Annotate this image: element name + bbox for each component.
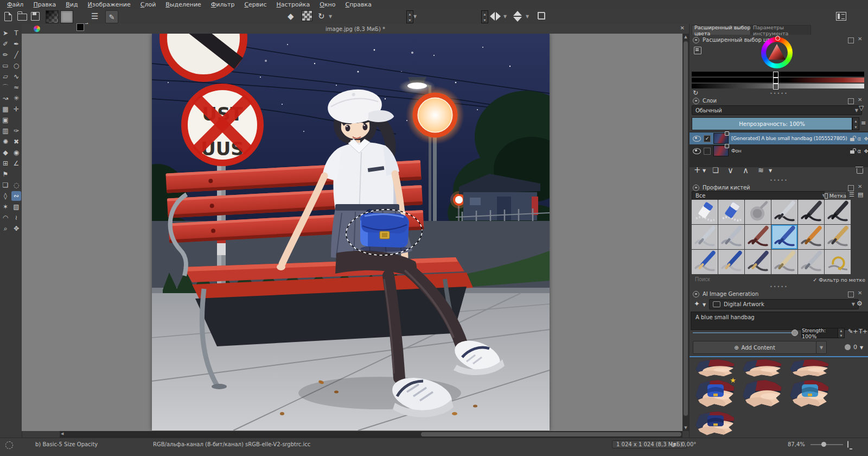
brush-preset-thumbnail[interactable] — [825, 200, 851, 224]
layer-visibility-icon[interactable] — [693, 136, 701, 142]
ai-wand-dropdown[interactable]: ▼ — [703, 302, 706, 307]
filter-by-tag-checkbox[interactable]: ✓ Фильтр по метке — [813, 277, 865, 283]
list-view-icon[interactable]: ☰ — [849, 191, 854, 198]
generated-result-thumbnail[interactable] — [695, 359, 735, 377]
edit-brush-settings-button[interactable]: ✎ — [105, 10, 118, 23]
tool-gradient-icon[interactable]: ▥ — [1, 126, 10, 136]
tool-measure-icon[interactable]: ∠ — [11, 159, 21, 168]
mirror-vertical-button[interactable] — [512, 11, 524, 22]
tool-polygon-icon[interactable]: ▱ — [1, 72, 10, 81]
refresh-icon[interactable]: ↻ — [693, 89, 698, 97]
mirror-horizontal-dropdown[interactable]: ▼ — [503, 10, 507, 22]
brush-preset-thumbnail[interactable] — [825, 225, 851, 249]
tool-zoom-icon[interactable]: ⌕ — [1, 224, 10, 233]
menubar-item[interactable]: Файл — [2, 1, 28, 8]
layer-lock-icon[interactable] — [850, 138, 854, 141]
lock-icon[interactable] — [693, 37, 699, 43]
layer-opacity-slider[interactable]: Непрозрачность: 100% — [692, 117, 852, 130]
brush-preset-thumbnail[interactable] — [798, 225, 824, 249]
close-docker-icon[interactable]: ✕ — [858, 290, 862, 296]
tag-button[interactable]: Метка — [824, 191, 847, 200]
tool-freehand-path-icon[interactable]: ≈ — [11, 83, 21, 92]
selection-mode-icon[interactable] — [5, 441, 13, 449]
menubar-item[interactable]: Сервис — [239, 1, 271, 8]
canvas-viewport[interactable]: UST UUS — [22, 34, 682, 431]
favorite-star-icon[interactable]: ★ — [730, 376, 736, 384]
add-text-icon[interactable]: T+ — [859, 328, 867, 335]
tool-line-icon[interactable]: ╱ — [11, 50, 21, 60]
zoom-slider-handle[interactable] — [821, 442, 826, 447]
fit-to-screen-icon[interactable] — [847, 441, 848, 448]
tool-bezier-curve-icon[interactable]: ⌒ — [1, 83, 10, 92]
ai-style-combo[interactable]: Digital Artwork ▼ — [709, 299, 859, 309]
menubar-item[interactable]: Слой — [136, 1, 161, 8]
tool-dynamic-brush-icon[interactable]: ↝ — [1, 93, 10, 103]
tool-similar-color-select-icon[interactable]: ▧ — [11, 202, 21, 212]
layer-checkbox[interactable] — [704, 148, 711, 155]
layer-properties-button[interactable]: ≋ — [758, 166, 764, 174]
add-region-icon[interactable]: ✎+ — [848, 328, 858, 335]
new-document-button[interactable] — [4, 10, 12, 22]
generated-result-thumbnail[interactable] — [789, 380, 829, 407]
tool-transform-icon[interactable]: ▦ — [1, 104, 10, 114]
move-layer-up-button[interactable]: ∧ — [743, 166, 749, 175]
brush-preset-thumbnail[interactable] — [771, 200, 797, 224]
tool-move-icon[interactable]: ✛ — [11, 104, 21, 114]
brush-tag-filter-combo[interactable]: Все ▼ — [692, 191, 829, 200]
strength-spinner[interactable]: ▲▼ — [838, 328, 845, 338]
brush-preset-thumbnail[interactable] — [798, 200, 824, 224]
mirror-vertical-dropdown[interactable]: ▼ — [526, 10, 529, 22]
tab-advanced-color-selector[interactable]: Расширенный выбор цвета — [692, 25, 755, 35]
tool-text-icon[interactable]: T — [11, 28, 21, 38]
tool-freehand-select-icon[interactable]: ∾ — [11, 191, 21, 201]
brush-preset-thumbnail[interactable] — [798, 250, 824, 274]
brush-preset-thumbnail[interactable] — [718, 250, 744, 274]
ai-settings-icon[interactable]: ⚙ — [857, 300, 863, 307]
open-document-button[interactable] — [17, 10, 27, 22]
opacity-spinner[interactable]: ▲▼ — [406, 10, 413, 23]
menubar-item[interactable]: Правка — [28, 1, 61, 8]
brush-preset-thumbnail[interactable] — [771, 225, 797, 249]
brush-preset-thumbnail[interactable] — [771, 250, 797, 274]
strength-slider-handle[interactable] — [792, 330, 798, 336]
generated-result-thumbnail[interactable] — [789, 359, 829, 377]
canvas-artwork[interactable]: UST UUS — [152, 34, 550, 430]
tool-enclose-fill-icon[interactable]: ◉ — [11, 148, 21, 157]
layer-properties-dropdown[interactable]: ▼ — [769, 168, 772, 173]
tool-crop-icon[interactable]: ▣ — [1, 115, 10, 125]
menubar-item[interactable]: Фильтр — [206, 1, 240, 8]
tool-multibrush-icon[interactable]: ✳ — [11, 93, 21, 103]
close-docker-icon[interactable]: ✕ — [858, 97, 862, 103]
reload-dropdown[interactable]: ▼ — [329, 10, 332, 22]
close-docker-icon[interactable]: ✕ — [858, 183, 862, 189]
tool-bezier-select-icon[interactable]: ◠ — [1, 213, 10, 223]
reload-preset-button[interactable]: ↻ — [318, 10, 325, 22]
eraser-mode-button[interactable]: ◆ — [288, 10, 294, 22]
ai-wand-icon[interactable]: ✦ — [694, 300, 700, 308]
layer-menu-icon[interactable]: ≡ — [861, 119, 866, 126]
tool-polyline-icon[interactable]: ∿ — [11, 72, 21, 81]
brush-preset-thumbnail[interactable] — [745, 250, 771, 274]
generated-result-thumbnail[interactable]: ★ — [695, 380, 735, 407]
layer-checkbox[interactable]: ✓ — [704, 135, 711, 142]
docker-drag-handle[interactable]: ••••• — [770, 91, 788, 96]
tool-fill-icon[interactable]: ◆ — [1, 148, 10, 157]
tab-tool-options[interactable]: Параметры инструмента — [750, 25, 811, 35]
mirror-horizontal-button[interactable] — [490, 10, 501, 22]
scroll-left-icon[interactable]: ◀ — [61, 432, 63, 436]
tool-color-sampler-icon[interactable]: ✑ — [11, 126, 21, 136]
lock-icon[interactable] — [693, 291, 699, 297]
menubar-item[interactable]: Настройка — [272, 1, 315, 8]
color-selector-settings-icon[interactable] — [694, 47, 701, 54]
float-docker-icon[interactable] — [848, 185, 854, 191]
brush-preset-thumbnail[interactable] — [692, 225, 718, 249]
layer-row[interactable]: ✓[Generated] A blue small handbag (10555… — [690, 132, 868, 144]
layer-inherit-alpha-icon[interactable]: ❖ — [864, 148, 868, 154]
tool-select-shapes-icon[interactable]: ➤ — [1, 28, 10, 38]
layer-visibility-icon[interactable] — [693, 148, 701, 154]
layer-alpha-icon[interactable]: α — [857, 148, 861, 154]
color-wheel[interactable] — [761, 37, 793, 68]
add-content-button[interactable]: ⊕ Add Content — [693, 341, 816, 354]
strength-slider[interactable] — [693, 332, 793, 333]
close-docker-icon[interactable]: ✕ — [858, 36, 862, 42]
